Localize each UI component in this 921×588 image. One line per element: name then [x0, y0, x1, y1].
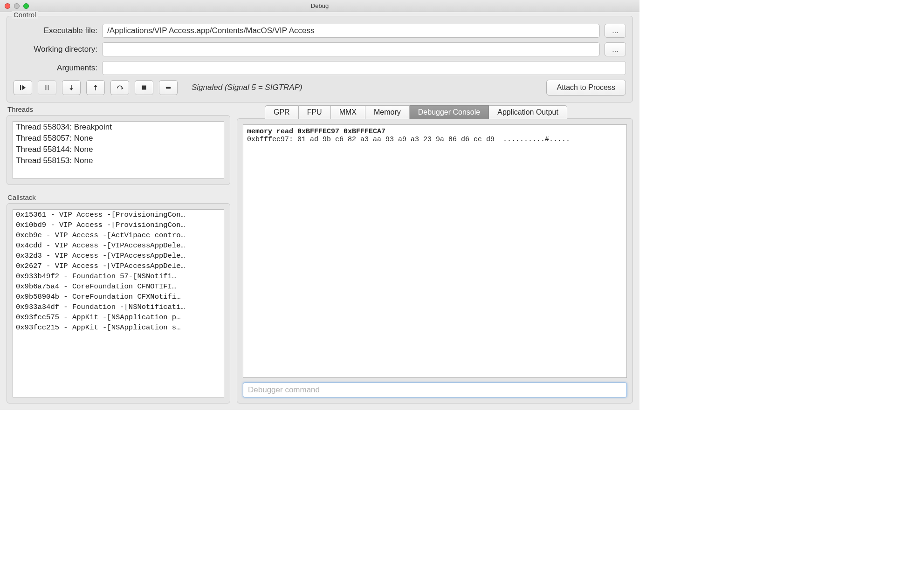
tab-application-output[interactable]: Application Output [489, 105, 567, 119]
tab-gpr[interactable]: GPR [265, 105, 299, 119]
debug-status: Signaled (Signal 5 = SIGTRAP) [192, 83, 302, 92]
workdir-label: Working directory: [14, 45, 97, 54]
console-last-command: memory read 0xBFFFEC97 0xBFFFECA7 [247, 128, 385, 136]
continue-button[interactable] [14, 80, 32, 95]
stop-button[interactable] [135, 80, 153, 95]
workdir-input[interactable] [102, 42, 600, 56]
lower-split: Threads Thread 558034: BreakpointThread … [7, 105, 633, 403]
debugger-command-input[interactable] [243, 383, 627, 397]
svg-rect-0 [20, 85, 21, 90]
window-controls [0, 3, 29, 9]
attach-process-button[interactable]: Attach to Process [546, 80, 626, 96]
svg-rect-9 [142, 86, 146, 90]
callstack-panel: 0x15361 - VIP Access -[ProvisioningCon…0… [7, 203, 230, 403]
callstack-list[interactable]: 0x15361 - VIP Access -[ProvisioningCon…0… [13, 209, 224, 397]
callstack-item[interactable]: 0x15361 - VIP Access -[ProvisioningCon… [13, 210, 224, 220]
exec-input[interactable] [102, 24, 600, 38]
svg-rect-2 [45, 85, 46, 90]
exec-label: Executable file: [14, 26, 97, 35]
svg-marker-5 [69, 89, 73, 91]
svg-rect-3 [48, 85, 49, 90]
step-into-button[interactable] [62, 80, 81, 95]
threads-panel: Thread 558034: BreakpointThread 558057: … [7, 115, 230, 185]
threads-list[interactable]: Thread 558034: BreakpointThread 558057: … [13, 121, 224, 179]
thread-item[interactable]: Thread 558057: None [13, 133, 224, 144]
pause-button[interactable] [38, 80, 56, 95]
callstack-item[interactable]: 0x4cdd - VIP Access -[VIPAccessAppDele… [13, 240, 224, 251]
control-panel: Control Executable file: ... Working dir… [7, 16, 633, 103]
svg-marker-7 [94, 85, 97, 87]
debug-toolbar: Signaled (Signal 5 = SIGTRAP) Attach to … [14, 80, 626, 96]
tab-memory[interactable]: Memory [365, 105, 410, 119]
svg-marker-1 [22, 85, 26, 90]
exec-row: Executable file: ... [14, 24, 626, 38]
args-input[interactable] [102, 61, 626, 75]
callstack-item[interactable]: 0xcb9e - VIP Access -[ActVipacc contro… [13, 230, 224, 240]
step-out-button[interactable] [86, 80, 105, 95]
close-icon[interactable] [5, 3, 10, 9]
thread-item[interactable]: Thread 558034: Breakpoint [13, 122, 224, 133]
exec-browse-button[interactable]: ... [605, 24, 626, 38]
content-area: Control Executable file: ... Working dir… [0, 12, 639, 410]
left-column: Threads Thread 558034: BreakpointThread … [7, 105, 230, 403]
console-output-line: 0xbfffec97: 01 ad 9b c6 82 a3 aa 93 a9 a… [247, 136, 570, 144]
step-over-button[interactable] [110, 80, 129, 95]
right-column: GPR FPU MMX Memory Debugger Console Appl… [237, 105, 633, 403]
debug-window: Debug Control Executable file: ... Worki… [0, 0, 639, 410]
callstack-item[interactable]: 0x9b58904b - CoreFoundation CFXNotifi… [13, 292, 224, 302]
callstack-item[interactable]: 0x93fcc575 - AppKit -[NSApplication p… [13, 312, 224, 322]
breakpoint-button[interactable] [159, 80, 178, 95]
tabbar: GPR FPU MMX Memory Debugger Console Appl… [265, 105, 633, 119]
workdir-row: Working directory: ... [14, 42, 626, 56]
console-output[interactable]: memory read 0xBFFFEC97 0xBFFFECA7 0xbfff… [243, 124, 627, 378]
titlebar: Debug [0, 0, 639, 12]
callstack-section: Callstack 0x15361 - VIP Access -[Provisi… [7, 193, 230, 403]
threads-section: Threads Thread 558034: BreakpointThread … [7, 105, 230, 185]
callstack-item[interactable]: 0x9b6a75a4 - CoreFoundation CFNOTIFI… [13, 281, 224, 292]
callstack-item[interactable]: 0x933b49f2 - Foundation 57-[NSNotifi… [13, 271, 224, 281]
callstack-item[interactable]: 0x32d3 - VIP Access -[VIPAccessAppDele… [13, 251, 224, 261]
callstack-item[interactable]: 0x10bd9 - VIP Access -[ProvisioningCon… [13, 220, 224, 230]
console-panel: memory read 0xBFFFEC97 0xBFFFECA7 0xbfff… [237, 118, 633, 403]
callstack-label: Callstack [7, 193, 230, 201]
thread-item[interactable]: Thread 558144: None [13, 144, 224, 155]
workdir-browse-button[interactable]: ... [605, 42, 626, 56]
zoom-icon[interactable] [23, 3, 29, 9]
tab-debugger-console[interactable]: Debugger Console [410, 105, 489, 119]
minimize-icon[interactable] [14, 3, 20, 9]
svg-rect-10 [166, 87, 171, 89]
threads-label: Threads [7, 105, 230, 113]
thread-item[interactable]: Thread 558153: None [13, 155, 224, 166]
args-label: Arguments: [14, 63, 97, 73]
callstack-item[interactable]: 0x2627 - VIP Access -[VIPAccessAppDele… [13, 261, 224, 271]
callstack-item[interactable]: 0x933a34df - Foundation -[NSNotificati… [13, 302, 224, 312]
args-row: Arguments: [14, 61, 626, 75]
callstack-item[interactable]: 0x93fcc215 - AppKit -[NSApplication s… [13, 322, 224, 333]
window-title: Debug [0, 2, 639, 9]
tab-fpu[interactable]: FPU [299, 105, 331, 119]
tab-mmx[interactable]: MMX [331, 105, 365, 119]
control-legend: Control [12, 11, 38, 19]
